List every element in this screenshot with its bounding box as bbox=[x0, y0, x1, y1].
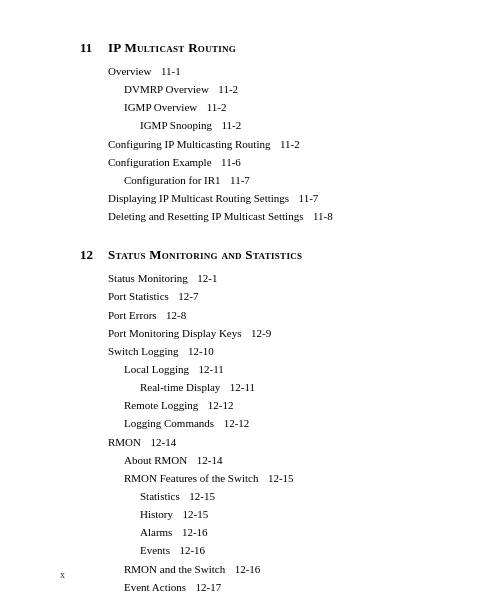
entry-label: History bbox=[140, 505, 173, 523]
entry-label: IGMP Snooping bbox=[140, 116, 212, 134]
entry-label: Event Actions bbox=[124, 578, 186, 596]
toc-entries-1: Overview 11-1DVMRP Overview 11-2IGMP Ove… bbox=[80, 62, 440, 225]
toc-entry: Overview 11-1 bbox=[108, 62, 440, 80]
toc-entry: RMON 12-14 bbox=[108, 433, 440, 451]
toc-entry: History 12-15 bbox=[108, 505, 440, 523]
entry-label: RMON and the Switch bbox=[124, 560, 225, 578]
entry-label: Remote Logging bbox=[124, 396, 198, 414]
entry-page: 12-1 bbox=[192, 269, 218, 287]
page: 11IP Multicast RoutingOverview 11-1DVMRP… bbox=[0, 0, 500, 600]
entry-label: Logging Commands bbox=[124, 414, 214, 432]
entry-page: 11-7 bbox=[293, 189, 318, 207]
entry-page: 12-16 bbox=[229, 560, 260, 578]
entry-page: 11-2 bbox=[274, 135, 299, 153]
toc-entry: DVMRP Overview 11-2 bbox=[108, 80, 440, 98]
chapter-title-2: Status Monitoring and Statistics bbox=[108, 247, 302, 263]
entry-page: 12-14 bbox=[191, 451, 222, 469]
entry-label: About RMON bbox=[124, 451, 187, 469]
entry-label: Configuration for IR1 bbox=[124, 171, 221, 189]
entry-label: Configuration Example bbox=[108, 153, 212, 171]
toc-entry: Configuring IP Multicasting Routing 11-2 bbox=[108, 135, 440, 153]
entry-page: 12-12 bbox=[202, 396, 233, 414]
chapter-header-2: 12Status Monitoring and Statistics bbox=[80, 247, 440, 263]
chapters-container: 11IP Multicast RoutingOverview 11-1DVMRP… bbox=[80, 40, 440, 596]
toc-entry: About RMON 12-14 bbox=[108, 451, 440, 469]
entry-label: Port Monitoring Display Keys bbox=[108, 324, 242, 342]
toc-entry: Statistics 12-15 bbox=[108, 487, 440, 505]
toc-entry: Logging Commands 12-12 bbox=[108, 414, 440, 432]
toc-entry: Configuration for IR1 11-7 bbox=[108, 171, 440, 189]
toc-entry: RMON and the Switch 12-16 bbox=[108, 560, 440, 578]
entry-page: 12-14 bbox=[145, 433, 176, 451]
entry-label: Configuring IP Multicasting Routing bbox=[108, 135, 270, 153]
entry-page: 12-15 bbox=[184, 487, 215, 505]
entry-label: Switch Logging bbox=[108, 342, 179, 360]
entry-page: 11-6 bbox=[216, 153, 241, 171]
entry-page: 12-9 bbox=[246, 324, 272, 342]
chapter-1: 11IP Multicast RoutingOverview 11-1DVMRP… bbox=[80, 40, 440, 225]
toc-entry: IGMP Overview 11-2 bbox=[108, 98, 440, 116]
toc-entry: Port Statistics 12-7 bbox=[108, 287, 440, 305]
entry-label: Events bbox=[140, 541, 170, 559]
entry-label: Deleting and Resetting IP Multicast Sett… bbox=[108, 207, 303, 225]
entry-label: Real-time Display bbox=[140, 378, 220, 396]
chapter-num-1: 11 bbox=[80, 40, 102, 56]
toc-entry: Event Actions 12-17 bbox=[108, 578, 440, 596]
chapter-header-1: 11IP Multicast Routing bbox=[80, 40, 440, 56]
entry-label: Status Monitoring bbox=[108, 269, 188, 287]
entry-page: 12-10 bbox=[183, 342, 214, 360]
toc-entry: RMON Features of the Switch 12-15 bbox=[108, 469, 440, 487]
entry-page: 11-1 bbox=[155, 62, 180, 80]
toc-entry: Real-time Display 12-11 bbox=[108, 378, 440, 396]
toc-entry: IGMP Snooping 11-2 bbox=[108, 116, 440, 134]
footer-label: x bbox=[60, 569, 65, 580]
chapter-num-2: 12 bbox=[80, 247, 102, 263]
entry-label: Local Logging bbox=[124, 360, 189, 378]
entry-label: IGMP Overview bbox=[124, 98, 197, 116]
chapter-title-1: IP Multicast Routing bbox=[108, 40, 236, 56]
entry-label: RMON bbox=[108, 433, 141, 451]
entry-label: Displaying IP Multicast Routing Settings bbox=[108, 189, 289, 207]
page-footer: x bbox=[60, 569, 65, 580]
entry-page: 12-11 bbox=[224, 378, 255, 396]
entry-label: Statistics bbox=[140, 487, 180, 505]
entry-page: 11-7 bbox=[225, 171, 250, 189]
entry-label: Port Errors bbox=[108, 306, 157, 324]
entry-page: 12-17 bbox=[190, 578, 221, 596]
toc-entry: Port Monitoring Display Keys 12-9 bbox=[108, 324, 440, 342]
toc-entry: Displaying IP Multicast Routing Settings… bbox=[108, 189, 440, 207]
entry-label: Port Statistics bbox=[108, 287, 169, 305]
entry-page: 12-11 bbox=[193, 360, 224, 378]
entry-label: Overview bbox=[108, 62, 151, 80]
toc-entries-2: Status Monitoring 12-1Port Statistics 12… bbox=[80, 269, 440, 596]
entry-page: 12-7 bbox=[173, 287, 199, 305]
toc-entry: Port Errors 12-8 bbox=[108, 306, 440, 324]
entry-page: 12-15 bbox=[262, 469, 293, 487]
toc-entry: Configuration Example 11-6 bbox=[108, 153, 440, 171]
entry-label: Alarms bbox=[140, 523, 172, 541]
toc-entry: Local Logging 12-11 bbox=[108, 360, 440, 378]
toc-entry: Switch Logging 12-10 bbox=[108, 342, 440, 360]
entry-page: 12-15 bbox=[177, 505, 208, 523]
entry-page: 12-16 bbox=[176, 523, 207, 541]
entry-page: 12-16 bbox=[174, 541, 205, 559]
toc-entry: Deleting and Resetting IP Multicast Sett… bbox=[108, 207, 440, 225]
entry-label: DVMRP Overview bbox=[124, 80, 209, 98]
entry-label: RMON Features of the Switch bbox=[124, 469, 258, 487]
entry-page: 11-2 bbox=[201, 98, 226, 116]
entry-page: 11-2 bbox=[216, 116, 241, 134]
toc-entry: Remote Logging 12-12 bbox=[108, 396, 440, 414]
entry-page: 12-8 bbox=[161, 306, 187, 324]
entry-page: 11-2 bbox=[213, 80, 238, 98]
toc-entry: Events 12-16 bbox=[108, 541, 440, 559]
entry-page: 11-8 bbox=[307, 207, 332, 225]
entry-page: 12-12 bbox=[218, 414, 249, 432]
toc-entry: Alarms 12-16 bbox=[108, 523, 440, 541]
toc-entry: Status Monitoring 12-1 bbox=[108, 269, 440, 287]
chapter-2: 12Status Monitoring and StatisticsStatus… bbox=[80, 247, 440, 596]
